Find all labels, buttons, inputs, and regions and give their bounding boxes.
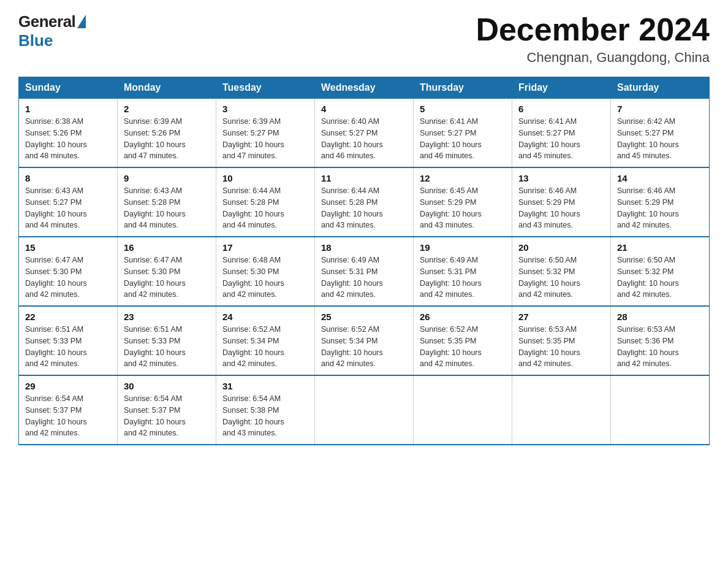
calendar-cell: 25 Sunrise: 6:52 AMSunset: 5:34 PMDaylig… <box>315 306 414 375</box>
header-monday: Monday <box>118 77 216 99</box>
calendar-cell: 16 Sunrise: 6:47 AMSunset: 5:30 PMDaylig… <box>118 237 216 306</box>
location-title: Chengnan, Guangdong, China <box>476 50 710 66</box>
calendar-week-3: 15 Sunrise: 6:47 AMSunset: 5:30 PMDaylig… <box>19 237 710 306</box>
calendar-cell: 24 Sunrise: 6:52 AMSunset: 5:34 PMDaylig… <box>216 306 315 375</box>
calendar-cell: 18 Sunrise: 6:49 AMSunset: 5:31 PMDaylig… <box>315 237 414 306</box>
day-info: Sunrise: 6:51 AMSunset: 5:33 PMDaylight:… <box>25 325 87 368</box>
calendar-cell <box>512 375 611 445</box>
day-info: Sunrise: 6:49 AMSunset: 5:31 PMDaylight:… <box>321 256 383 299</box>
calendar-cell: 30 Sunrise: 6:54 AMSunset: 5:37 PMDaylig… <box>118 375 216 445</box>
day-info: Sunrise: 6:48 AMSunset: 5:30 PMDaylight:… <box>222 256 284 299</box>
day-info: Sunrise: 6:54 AMSunset: 5:37 PMDaylight:… <box>25 394 87 437</box>
day-number: 18 <box>321 242 407 253</box>
day-number: 24 <box>222 312 308 322</box>
calendar-cell: 29 Sunrise: 6:54 AMSunset: 5:37 PMDaylig… <box>19 375 118 445</box>
day-info: Sunrise: 6:51 AMSunset: 5:33 PMDaylight:… <box>124 325 186 368</box>
day-info: Sunrise: 6:54 AMSunset: 5:38 PMDaylight:… <box>222 394 284 437</box>
day-number: 16 <box>124 242 210 253</box>
day-info: Sunrise: 6:45 AMSunset: 5:29 PMDaylight:… <box>420 186 482 229</box>
day-number: 22 <box>25 312 111 322</box>
day-number: 2 <box>124 104 210 114</box>
day-info: Sunrise: 6:39 AMSunset: 5:26 PMDaylight:… <box>124 117 186 160</box>
calendar-cell: 12 Sunrise: 6:45 AMSunset: 5:29 PMDaylig… <box>414 167 512 237</box>
calendar-header-row: Sunday Monday Tuesday Wednesday Thursday… <box>19 77 710 99</box>
header-thursday: Thursday <box>414 77 512 99</box>
day-info: Sunrise: 6:44 AMSunset: 5:28 PMDaylight:… <box>321 186 383 229</box>
calendar-cell: 13 Sunrise: 6:46 AMSunset: 5:29 PMDaylig… <box>512 167 611 237</box>
calendar-cell: 22 Sunrise: 6:51 AMSunset: 5:33 PMDaylig… <box>19 306 118 375</box>
day-info: Sunrise: 6:52 AMSunset: 5:35 PMDaylight:… <box>420 325 482 368</box>
day-number: 1 <box>25 104 111 114</box>
calendar-cell: 20 Sunrise: 6:50 AMSunset: 5:32 PMDaylig… <box>512 237 611 306</box>
day-number: 4 <box>321 104 407 114</box>
calendar-cell: 7 Sunrise: 6:42 AMSunset: 5:27 PMDayligh… <box>611 99 710 168</box>
day-number: 12 <box>420 173 506 183</box>
day-number: 9 <box>124 173 210 183</box>
day-info: Sunrise: 6:50 AMSunset: 5:32 PMDaylight:… <box>617 256 679 299</box>
day-info: Sunrise: 6:40 AMSunset: 5:27 PMDaylight:… <box>321 117 383 160</box>
day-number: 7 <box>617 104 703 114</box>
day-number: 8 <box>25 173 111 183</box>
calendar-cell: 2 Sunrise: 6:39 AMSunset: 5:26 PMDayligh… <box>118 99 216 168</box>
day-number: 5 <box>420 104 506 114</box>
day-number: 10 <box>222 173 308 183</box>
day-number: 3 <box>222 104 308 114</box>
calendar-table: Sunday Monday Tuesday Wednesday Thursday… <box>18 77 710 445</box>
calendar-cell: 23 Sunrise: 6:51 AMSunset: 5:33 PMDaylig… <box>118 306 216 375</box>
calendar-cell: 31 Sunrise: 6:54 AMSunset: 5:38 PMDaylig… <box>216 375 315 445</box>
day-number: 11 <box>321 173 407 183</box>
day-info: Sunrise: 6:46 AMSunset: 5:29 PMDaylight:… <box>617 186 679 229</box>
calendar-cell: 10 Sunrise: 6:44 AMSunset: 5:28 PMDaylig… <box>216 167 315 237</box>
day-info: Sunrise: 6:42 AMSunset: 5:27 PMDaylight:… <box>617 117 679 160</box>
day-number: 19 <box>420 242 506 253</box>
day-number: 13 <box>518 173 604 183</box>
day-number: 25 <box>321 312 407 322</box>
day-info: Sunrise: 6:47 AMSunset: 5:30 PMDaylight:… <box>124 256 186 299</box>
day-number: 15 <box>25 242 111 253</box>
header-friday: Friday <box>512 77 611 99</box>
header-wednesday: Wednesday <box>315 77 414 99</box>
day-info: Sunrise: 6:49 AMSunset: 5:31 PMDaylight:… <box>420 256 482 299</box>
calendar-week-2: 8 Sunrise: 6:43 AMSunset: 5:27 PMDayligh… <box>19 167 710 237</box>
header-tuesday: Tuesday <box>216 77 315 99</box>
calendar-cell: 19 Sunrise: 6:49 AMSunset: 5:31 PMDaylig… <box>414 237 512 306</box>
calendar-cell: 4 Sunrise: 6:40 AMSunset: 5:27 PMDayligh… <box>315 99 414 168</box>
day-number: 31 <box>222 381 308 391</box>
day-number: 30 <box>124 381 210 391</box>
calendar-cell: 11 Sunrise: 6:44 AMSunset: 5:28 PMDaylig… <box>315 167 414 237</box>
calendar-cell: 14 Sunrise: 6:46 AMSunset: 5:29 PMDaylig… <box>611 167 710 237</box>
day-info: Sunrise: 6:44 AMSunset: 5:28 PMDaylight:… <box>222 186 284 229</box>
calendar-cell: 17 Sunrise: 6:48 AMSunset: 5:30 PMDaylig… <box>216 237 315 306</box>
day-info: Sunrise: 6:39 AMSunset: 5:27 PMDaylight:… <box>222 117 284 160</box>
day-number: 26 <box>420 312 506 322</box>
title-section: December 2024 Chengnan, Guangdong, China <box>476 12 710 66</box>
calendar-cell <box>414 375 512 445</box>
calendar-week-1: 1 Sunrise: 6:38 AMSunset: 5:26 PMDayligh… <box>19 99 710 168</box>
calendar-cell: 15 Sunrise: 6:47 AMSunset: 5:30 PMDaylig… <box>19 237 118 306</box>
day-number: 6 <box>518 104 604 114</box>
day-number: 23 <box>124 312 210 322</box>
day-number: 28 <box>617 312 703 322</box>
calendar-cell: 5 Sunrise: 6:41 AMSunset: 5:27 PMDayligh… <box>414 99 512 168</box>
calendar-cell: 9 Sunrise: 6:43 AMSunset: 5:28 PMDayligh… <box>118 167 216 237</box>
header-saturday: Saturday <box>611 77 710 99</box>
calendar-week-5: 29 Sunrise: 6:54 AMSunset: 5:37 PMDaylig… <box>19 375 710 445</box>
header-sunday: Sunday <box>19 77 118 99</box>
calendar-cell: 26 Sunrise: 6:52 AMSunset: 5:35 PMDaylig… <box>414 306 512 375</box>
day-info: Sunrise: 6:41 AMSunset: 5:27 PMDaylight:… <box>420 117 482 160</box>
day-info: Sunrise: 6:52 AMSunset: 5:34 PMDaylight:… <box>321 325 383 368</box>
calendar-cell: 3 Sunrise: 6:39 AMSunset: 5:27 PMDayligh… <box>216 99 315 168</box>
logo-triangle-icon <box>77 15 86 28</box>
calendar-cell: 21 Sunrise: 6:50 AMSunset: 5:32 PMDaylig… <box>611 237 710 306</box>
calendar-cell <box>315 375 414 445</box>
calendar-cell: 27 Sunrise: 6:53 AMSunset: 5:35 PMDaylig… <box>512 306 611 375</box>
day-number: 14 <box>617 173 703 183</box>
calendar-cell: 28 Sunrise: 6:53 AMSunset: 5:36 PMDaylig… <box>611 306 710 375</box>
day-number: 20 <box>518 242 604 253</box>
day-info: Sunrise: 6:43 AMSunset: 5:28 PMDaylight:… <box>124 186 186 229</box>
calendar-cell <box>611 375 710 445</box>
month-title: December 2024 <box>476 12 710 47</box>
day-number: 21 <box>617 242 703 253</box>
day-info: Sunrise: 6:53 AMSunset: 5:36 PMDaylight:… <box>617 325 679 368</box>
day-number: 27 <box>518 312 604 322</box>
